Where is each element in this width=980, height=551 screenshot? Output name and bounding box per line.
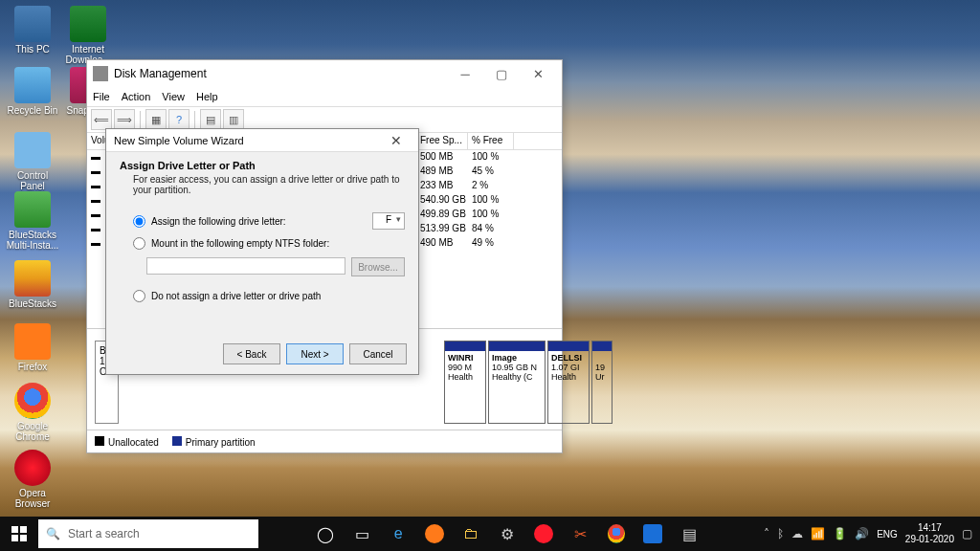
- search-icon: 🔍: [46, 527, 60, 540]
- app-icon[interactable]: [635, 517, 670, 551]
- legend-unallocated: Unallocated: [108, 437, 159, 448]
- desktop-icon-recycle-bin[interactable]: Recycle Bin: [6, 67, 59, 116]
- time-text: 14:17: [905, 522, 954, 534]
- desktop-icon-opera[interactable]: Opera Browser: [6, 450, 59, 509]
- close-button[interactable]: ✕: [520, 63, 556, 84]
- language-indicator[interactable]: ENG: [877, 529, 898, 540]
- drive-letter-select[interactable]: F: [372, 212, 405, 230]
- label-no-assign: Do not assign a drive letter or drive pa…: [151, 291, 321, 301]
- menu-view[interactable]: View: [162, 91, 185, 102]
- col-free[interactable]: Free Sp...: [416, 133, 468, 149]
- legend: Unallocated Primary partition: [87, 430, 562, 452]
- label-assign-letter: Assign the following drive letter:: [151, 216, 286, 227]
- battery-icon[interactable]: 🔋: [833, 527, 847, 540]
- icon-label: Google Chrome: [6, 421, 59, 442]
- explorer-icon[interactable]: 🗀: [454, 517, 488, 551]
- app-icon[interactable]: ▤: [672, 517, 706, 551]
- icon-label: Control Panel: [6, 170, 59, 191]
- opera-taskbar-icon[interactable]: [526, 517, 561, 551]
- desktop-icon-this-pc[interactable]: This PC: [6, 6, 59, 55]
- clock[interactable]: 14:17 29-01-2020: [905, 522, 954, 545]
- wifi-icon[interactable]: 📶: [811, 527, 825, 540]
- menu-file[interactable]: File: [93, 91, 110, 102]
- desktop-icon-idm[interactable]: Internet Downloa...: [61, 6, 115, 65]
- col-pctfree[interactable]: % Free: [468, 133, 514, 149]
- toolbar-button[interactable]: ▦: [145, 109, 167, 130]
- wizard-title: New Simple Volume Wizard: [114, 135, 244, 146]
- wizard-subtitle: For easier access, you can assign a driv…: [133, 174, 405, 195]
- desktop-icon-control-panel[interactable]: Control Panel: [6, 132, 59, 191]
- radio-no-assign[interactable]: [133, 290, 145, 302]
- cancel-button[interactable]: Cancel: [349, 343, 407, 364]
- svg-rect-2: [11, 535, 18, 541]
- wizard-titlebar[interactable]: New Simple Volume Wizard ✕: [106, 129, 418, 152]
- firefox-icon: [14, 323, 51, 360]
- option-no-assign[interactable]: Do not assign a drive letter or drive pa…: [133, 290, 405, 302]
- desktop-icon-bluestacks-multi[interactable]: BlueStacks Multi-Insta...: [6, 191, 59, 251]
- maximize-button[interactable]: ▢: [483, 63, 520, 84]
- back-icon[interactable]: ⟸: [91, 109, 112, 130]
- search-placeholder: Start a search: [68, 527, 140, 540]
- wizard-close-button[interactable]: ✕: [382, 133, 411, 148]
- icon-label: Firefox: [6, 362, 59, 372]
- toolbar-button[interactable]: ▥: [223, 109, 244, 130]
- tray-icon[interactable]: ☁: [791, 527, 803, 540]
- bluestacks-icon: [14, 260, 51, 297]
- search-box[interactable]: 🔍 Start a search: [38, 519, 258, 548]
- new-volume-wizard: New Simple Volume Wizard ✕ Assign Drive …: [105, 128, 419, 375]
- desktop-icon-chrome[interactable]: Google Chrome: [6, 383, 59, 442]
- desktop-icon-firefox[interactable]: Firefox: [6, 323, 59, 372]
- browse-button[interactable]: Browse...: [351, 257, 405, 276]
- idm-icon: [70, 6, 106, 42]
- radio-mount-folder[interactable]: [133, 237, 145, 250]
- desktop-icon-bluestacks[interactable]: BlueStacks: [6, 260, 59, 309]
- notifications-icon[interactable]: ▢: [962, 527, 972, 540]
- tray-up-icon[interactable]: ˄: [764, 527, 769, 540]
- partition[interactable]: 19Ur: [591, 341, 612, 424]
- partition[interactable]: DELLSI1.07 GIHealth: [547, 341, 590, 424]
- option-assign-letter[interactable]: Assign the following drive letter: F: [133, 212, 405, 230]
- icon-label: This PC: [6, 44, 59, 55]
- minimize-button[interactable]: ─: [447, 63, 483, 84]
- settings-icon[interactable]: ⚙: [490, 517, 524, 551]
- task-view-icon[interactable]: ▭: [345, 517, 379, 551]
- chrome-icon: [14, 383, 51, 419]
- system-tray: ˄ ᛒ ☁ 📶 🔋 🔊 ENG 14:17 29-01-2020 ▢: [756, 522, 980, 545]
- toolbar-button[interactable]: ▤: [200, 109, 221, 130]
- label-mount-folder: Mount in the following empty NTFS folder…: [151, 238, 329, 249]
- option-mount-folder[interactable]: Mount in the following empty NTFS folder…: [133, 237, 405, 250]
- cortana-icon[interactable]: ◯: [308, 517, 343, 551]
- back-button[interactable]: < Back: [223, 343, 280, 364]
- partition[interactable]: WINRI990 MHealth: [444, 341, 486, 424]
- svg-rect-0: [11, 526, 18, 533]
- date-text: 29-01-2020: [905, 534, 954, 545]
- menu-help[interactable]: Help: [196, 91, 218, 102]
- edge-icon[interactable]: e: [381, 517, 415, 551]
- window-title: Disk Management: [114, 67, 207, 80]
- recycle-bin-icon: [14, 67, 51, 103]
- app-icon: [93, 66, 108, 81]
- firefox-taskbar-icon[interactable]: [417, 517, 452, 551]
- icon-label: BlueStacks Multi-Insta...: [6, 230, 59, 251]
- next-button[interactable]: Next >: [286, 343, 344, 364]
- this-pc-icon: [14, 6, 51, 42]
- chrome-taskbar-icon[interactable]: [599, 517, 634, 551]
- forward-icon[interactable]: ⟹: [114, 109, 135, 130]
- snipping-icon[interactable]: ✂: [563, 517, 597, 551]
- bluetooth-icon[interactable]: ᛒ: [777, 527, 784, 540]
- start-button[interactable]: [0, 517, 38, 551]
- menu-action[interactable]: Action: [122, 91, 151, 102]
- control-panel-icon: [14, 132, 51, 168]
- folder-path-input[interactable]: [146, 257, 345, 275]
- help-icon[interactable]: ?: [168, 109, 189, 130]
- wizard-header: Assign Drive Letter or Path: [120, 160, 405, 171]
- legend-primary: Primary partition: [186, 437, 256, 448]
- window-titlebar[interactable]: Disk Management ─ ▢ ✕: [87, 60, 562, 87]
- volume-icon[interactable]: 🔊: [855, 527, 869, 540]
- svg-rect-1: [20, 526, 27, 533]
- radio-assign-letter[interactable]: [133, 215, 145, 228]
- partition[interactable]: Image10.95 GB NHealthy (C: [488, 341, 546, 424]
- icon-label: Recycle Bin: [6, 105, 59, 116]
- menu-bar: File Action View Help: [87, 87, 562, 106]
- icon-label: Opera Browser: [6, 488, 59, 509]
